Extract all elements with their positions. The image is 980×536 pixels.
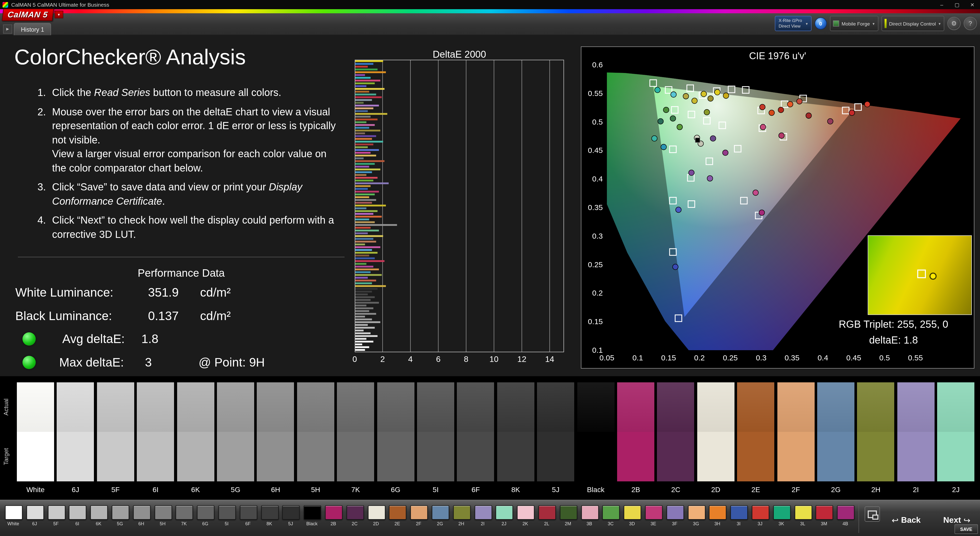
patch-button-3k[interactable] [773, 505, 791, 520]
patch-button-5i[interactable] [218, 505, 236, 520]
deltae-bar[interactable] [355, 318, 372, 320]
deltae-bar[interactable] [355, 288, 377, 290]
display-control-dropdown[interactable]: Direct Display Control ▼ [881, 16, 944, 31]
deltae-bar[interactable] [355, 255, 369, 256]
deltae-bar[interactable] [355, 302, 379, 304]
deltae-bar[interactable] [355, 110, 368, 112]
deltae-bar[interactable] [355, 294, 368, 295]
patch-button-white[interactable] [5, 505, 22, 520]
patch-button-3f[interactable] [667, 505, 684, 520]
deltae-bar[interactable] [355, 349, 365, 351]
deltae-bar[interactable] [355, 60, 383, 62]
deltae-bar[interactable] [355, 266, 373, 267]
patch-button-5j[interactable] [283, 505, 300, 520]
deltae-bar[interactable] [355, 280, 376, 282]
deltae-bar[interactable] [355, 74, 365, 76]
deltae-bar[interactable] [355, 344, 362, 345]
patch-button-5g[interactable] [112, 505, 129, 520]
deltae-bar[interactable] [355, 307, 373, 309]
deltae-bar[interactable] [355, 332, 371, 334]
deltae-bar[interactable] [355, 165, 369, 167]
patch-button-3h[interactable] [709, 505, 727, 520]
deltae-bar[interactable] [355, 271, 371, 273]
patch-button-8k[interactable] [261, 505, 278, 520]
deltae-bar[interactable] [355, 177, 377, 179]
deltae-bar[interactable] [355, 260, 385, 262]
patch-button-2d[interactable] [368, 505, 385, 520]
meter-count-badge[interactable]: 0 [815, 17, 827, 30]
patch-button-6g[interactable] [197, 505, 215, 520]
deltae-bar[interactable] [355, 191, 379, 192]
patch-button-3c[interactable] [603, 505, 620, 520]
deltae-bar[interactable] [355, 210, 377, 212]
deltae-bar[interactable] [355, 341, 373, 342]
deltae-bar[interactable] [355, 321, 380, 323]
deltae-bar[interactable] [355, 146, 368, 148]
close-button[interactable]: ✕ [965, 0, 980, 9]
patch-button-7k[interactable] [176, 505, 193, 520]
deltae-bar[interactable] [355, 96, 382, 98]
deltae-bar[interactable] [355, 188, 368, 190]
logo-menu-caret-icon[interactable]: ▼ [54, 11, 63, 18]
deltae-bar[interactable] [355, 163, 375, 165]
patch-button-3b[interactable] [581, 505, 598, 520]
patch-button-2i[interactable] [474, 505, 492, 520]
deltae-bar[interactable] [355, 183, 389, 184]
patch-button-5h[interactable] [154, 505, 172, 520]
patch-button-2c[interactable] [347, 505, 364, 520]
patch-button-2g[interactable] [432, 505, 449, 520]
source-dropdown[interactable]: Mobile Forge ▼ [830, 16, 878, 31]
deltae-bar[interactable] [355, 94, 376, 95]
deltae-bar[interactable] [355, 313, 376, 315]
deltae-bar[interactable] [355, 91, 369, 93]
deltae-bar[interactable] [355, 135, 376, 137]
patch-button-4b[interactable] [837, 505, 854, 520]
patch-button-3l[interactable] [794, 505, 812, 520]
deltae-bar[interactable] [355, 160, 385, 162]
deltae-bar[interactable] [355, 218, 369, 220]
deltae-bar[interactable] [355, 249, 372, 251]
deltae-bar[interactable] [355, 324, 368, 326]
deltae-bar[interactable] [355, 88, 385, 90]
deltae-bar[interactable] [355, 346, 369, 348]
deltae-bar[interactable] [355, 102, 364, 103]
deltae-bar[interactable] [355, 202, 372, 204]
deltae-bar[interactable] [355, 80, 380, 81]
deltae-bar[interactable] [355, 72, 386, 73]
patch-button-5f[interactable] [48, 505, 65, 520]
deltae-bar[interactable] [355, 180, 373, 181]
patch-button-3j[interactable] [752, 505, 769, 520]
patch-button-2m[interactable] [560, 505, 577, 520]
pattern-window-button[interactable] [865, 506, 880, 522]
deltae-bar[interactable] [355, 269, 379, 270]
deltae-bar[interactable] [355, 335, 377, 337]
deltae-bar[interactable] [355, 130, 380, 132]
deltae-bar[interactable] [355, 127, 369, 129]
deltae-bar[interactable] [355, 274, 382, 276]
calman-logo-menu[interactable]: CalMAN 5 ▼ [3, 8, 63, 21]
deltae-bar[interactable] [355, 263, 366, 265]
deltae-bar[interactable] [355, 207, 366, 209]
deltae-bar[interactable] [355, 63, 373, 65]
patch-button-3e[interactable] [645, 505, 662, 520]
deltae-bar[interactable] [355, 277, 368, 279]
patch-button-2f[interactable] [410, 505, 428, 520]
deltae-bar[interactable] [355, 138, 372, 140]
patch-button-2h[interactable] [453, 505, 471, 520]
deltae-bar[interactable] [355, 243, 365, 245]
deltae-bar[interactable] [355, 199, 376, 201]
minimize-button[interactable]: – [934, 0, 950, 9]
patch-button-6k[interactable] [90, 505, 108, 520]
deltae-bar[interactable] [355, 230, 379, 232]
patch-button-3d[interactable] [624, 505, 641, 520]
deltae-bar[interactable] [355, 152, 371, 154]
deltae-bar[interactable] [355, 68, 377, 70]
patch-button-2l[interactable] [538, 505, 556, 520]
deltae-bar[interactable] [355, 149, 379, 151]
patch-button-6h[interactable] [133, 505, 151, 520]
deltae-bar[interactable] [355, 327, 375, 329]
patch-button-2j[interactable] [496, 505, 513, 520]
deltae-bar[interactable] [355, 316, 365, 318]
patch-button-2b[interactable] [325, 505, 342, 520]
deltae-bar[interactable] [355, 113, 387, 115]
